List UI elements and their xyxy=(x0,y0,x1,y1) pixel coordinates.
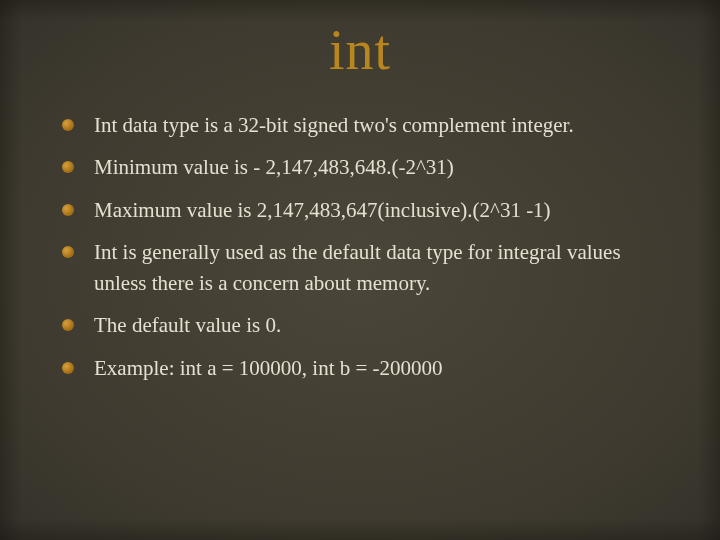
list-item: The default value is 0. xyxy=(80,310,660,340)
list-item: Int data type is a 32-bit signed two's c… xyxy=(80,110,660,140)
list-item: Minimum value is - 2,147,483,648.(-2^31) xyxy=(80,152,660,182)
list-item: Maximum value is 2,147,483,647(inclusive… xyxy=(80,195,660,225)
slide-content: int Int data type is a 32-bit signed two… xyxy=(0,0,720,540)
list-item: Int is generally used as the default dat… xyxy=(80,237,660,298)
slide-title: int xyxy=(60,18,660,82)
list-item: Example: int a = 100000, int b = -200000 xyxy=(80,353,660,383)
bullet-list: Int data type is a 32-bit signed two's c… xyxy=(60,110,660,383)
